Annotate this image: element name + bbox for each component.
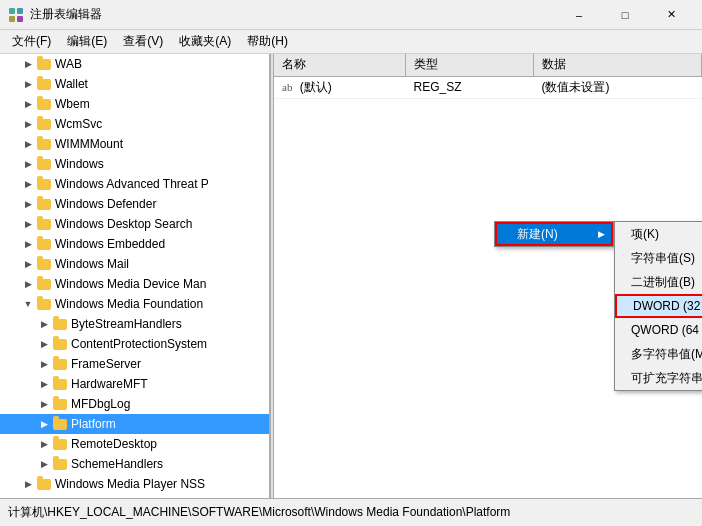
folder-icon-wimmount [36,136,52,152]
menu-bar: 文件(F) 编辑(E) 查看(V) 收藏夹(A) 帮助(H) [0,30,702,54]
folder-icon-windows [36,156,52,172]
value-name: ab (默认) [274,76,405,98]
folder-icon-platform [52,416,68,432]
window-controls: – □ ✕ [556,0,694,30]
col-header-data: 数据 [534,54,702,76]
folder-icon-winmail [36,256,52,272]
tree-item-wbem[interactable]: ▶ Wbem [0,94,269,114]
expander-platform: ▶ [36,416,52,432]
folder-icon-wds [36,216,52,232]
status-text: 计算机\HKEY_LOCAL_MACHINE\SOFTWARE\Microsof… [8,504,510,521]
expander-mfdbglog: ▶ [36,396,52,412]
folder-icon-mfdbglog [52,396,68,412]
expander-fs: ▶ [36,356,52,372]
title-bar: 注册表编辑器 – □ ✕ [0,0,702,30]
expander-wimmount: ▶ [20,136,36,152]
folder-icon-wmdm [36,276,52,292]
menu-file[interactable]: 文件(F) [4,31,59,52]
expander-wds: ▶ [20,216,36,232]
folder-icon-windefender [36,196,52,212]
table-row[interactable]: ab (默认) REG_SZ (数值未设置) [274,76,702,98]
svg-rect-3 [17,16,23,22]
folder-icon-bsh [52,316,68,332]
folder-icon-wcmsvc [36,116,52,132]
registry-values-table[interactable]: 名称 类型 数据 ab (默认) REG_SZ (数值未设置) [274,54,702,498]
svg-rect-1 [17,8,23,14]
expander-sh: ▶ [36,456,52,472]
tree-pane: ▶ WAB ▶ Wallet ▶ Wbem ▶ WcmSvc [0,54,270,498]
expander-windefender: ▶ [20,196,36,212]
expander-wcmsvc: ▶ [20,116,36,132]
minimize-button[interactable]: – [556,0,602,30]
tree-item-windefender[interactable]: ▶ Windows Defender [0,194,269,214]
expander-windows: ▶ [20,156,36,172]
window-title: 注册表编辑器 [30,6,556,23]
expander-winembedded: ▶ [20,236,36,252]
tree-item-wab[interactable]: ▶ WAB [0,54,269,74]
app-icon [8,7,24,23]
svg-rect-0 [9,8,15,14]
tree-item-wallet[interactable]: ▶ Wallet [0,74,269,94]
expander-watp: ▶ [20,176,36,192]
expander-wab: ▶ [20,56,36,72]
expander-wmdm: ▶ [20,276,36,292]
folder-icon-wmpnss [36,476,52,492]
tree-item-wcmsvc[interactable]: ▶ WcmSvc [0,114,269,134]
tree-item-hwmft[interactable]: ▶ HardwareMFT [0,374,269,394]
folder-icon-watp [36,176,52,192]
menu-edit[interactable]: 编辑(E) [59,31,115,52]
folder-icon-wallet [36,76,52,92]
tree-item-wmpnss[interactable]: ▶ Windows Media Player NSS [0,474,269,494]
expander-wallet: ▶ [20,76,36,92]
col-header-name: 名称 [274,54,405,76]
tree-item-mfdbglog[interactable]: ▶ MFDbgLog [0,394,269,414]
right-pane: 名称 类型 数据 ab (默认) REG_SZ (数值未设置) [274,54,702,498]
expander-winmail: ▶ [20,256,36,272]
col-header-type: 类型 [405,54,533,76]
tree-item-windows[interactable]: ▶ Windows [0,154,269,174]
tree-item-wmf[interactable]: ▼ Windows Media Foundation [0,294,269,314]
tree-item-sh[interactable]: ▶ SchemeHandlers [0,454,269,474]
tree-item-wds[interactable]: ▶ Windows Desktop Search [0,214,269,234]
main-area: ▶ WAB ▶ Wallet ▶ Wbem ▶ WcmSvc [0,54,702,498]
maximize-button[interactable]: □ [602,0,648,30]
folder-icon-rd [52,436,68,452]
tree-item-wmdm[interactable]: ▶ Windows Media Device Man [0,274,269,294]
folder-icon-wmf [36,296,52,312]
expander-hwmft: ▶ [36,376,52,392]
tree-item-cps[interactable]: ▶ ContentProtectionSystem [0,334,269,354]
status-bar: 计算机\HKEY_LOCAL_MACHINE\SOFTWARE\Microsof… [0,498,702,526]
expander-bsh: ▶ [36,316,52,332]
tree-item-bsh[interactable]: ▶ ByteStreamHandlers [0,314,269,334]
tree-item-winmail[interactable]: ▶ Windows Mail [0,254,269,274]
folder-icon-sh [52,456,68,472]
value-type: REG_SZ [405,76,533,98]
expander-wmpnss: ▶ [20,476,36,492]
expander-wmf: ▼ [20,296,36,312]
expander-rd: ▶ [36,436,52,452]
tree-item-watp[interactable]: ▶ Windows Advanced Threat P [0,174,269,194]
menu-favorites[interactable]: 收藏夹(A) [171,31,239,52]
tree-item-platform[interactable]: ▶ Platform [0,414,269,434]
tree-item-rd[interactable]: ▶ RemoteDesktop [0,434,269,454]
menu-view[interactable]: 查看(V) [115,31,171,52]
folder-icon-winembedded [36,236,52,252]
folder-icon-cps [52,336,68,352]
menu-help[interactable]: 帮助(H) [239,31,296,52]
folder-icon-wbem [36,96,52,112]
folder-icon-fs [52,356,68,372]
svg-rect-2 [9,16,15,22]
folder-icon-hwmft [52,376,68,392]
tree-item-wimmount[interactable]: ▶ WIMMMount [0,134,269,154]
close-button[interactable]: ✕ [648,0,694,30]
expander-wbem: ▶ [20,96,36,112]
tree-item-fs[interactable]: ▶ FrameServer [0,354,269,374]
folder-icon-wab [36,56,52,72]
expander-cps: ▶ [36,336,52,352]
tree-scroll[interactable]: ▶ WAB ▶ Wallet ▶ Wbem ▶ WcmSvc [0,54,269,498]
value-data: (数值未设置) [534,76,702,98]
tree-item-winembedded[interactable]: ▶ Windows Embedded [0,234,269,254]
